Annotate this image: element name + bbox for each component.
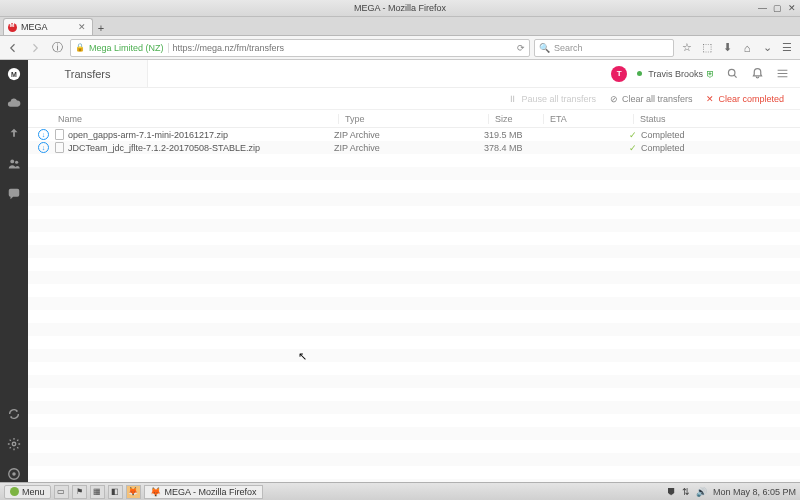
download-icon: ↓: [38, 142, 49, 153]
menu-button[interactable]: ☰: [778, 39, 796, 57]
start-menu-button[interactable]: Menu: [4, 485, 51, 499]
info-button[interactable]: ⓘ: [48, 39, 66, 57]
tray-shield-icon[interactable]: ⛊: [667, 487, 676, 497]
new-tab-button[interactable]: +: [93, 21, 109, 35]
firefox-favicon-icon: 🦊: [150, 487, 161, 497]
clear-completed-button[interactable]: ✕Clear completed: [706, 94, 784, 104]
x-icon: ✕: [706, 94, 714, 104]
url-bar[interactable]: 🔒 Mega Limited (NZ) https://mega.nz/fm/t…: [70, 39, 530, 57]
help-icon[interactable]: [6, 466, 22, 482]
forward-button[interactable]: [26, 39, 44, 57]
transfer-list: ↓ open_gapps-arm-7.1-mini-20161217.zip Z…: [28, 128, 800, 482]
file-name: JDCTeam_jdc_jflte-7.1.2-20170508-STABLE.…: [68, 143, 328, 153]
svg-point-4: [12, 442, 16, 446]
file-status: ✓Completed: [623, 130, 800, 140]
file-size: 319.5 MB: [478, 130, 533, 140]
window-titlebar: MEGA - Mozilla Firefox — ▢ ✕: [0, 0, 800, 17]
back-button[interactable]: [4, 39, 22, 57]
window-title: MEGA - Mozilla Firefox: [0, 3, 800, 13]
column-name[interactable]: Name: [58, 114, 338, 124]
transfer-row[interactable]: ↓ JDCTeam_jdc_jflte-7.1.2-20170508-STABL…: [28, 141, 800, 154]
svg-point-2: [10, 159, 14, 163]
user-name: Travis Brooks: [648, 69, 703, 79]
tab-label: MEGA: [21, 22, 48, 32]
lock-icon: 🔒: [75, 43, 85, 52]
site-identity: Mega Limited (NZ): [89, 43, 169, 53]
column-status[interactable]: Status: [633, 114, 800, 124]
column-headers: Name Type Size ETA Status: [28, 110, 800, 128]
file-name: open_gapps-arm-7.1-mini-20161217.zip: [68, 130, 328, 140]
download-icon: ↓: [38, 129, 49, 140]
transfer-actions: ⏸Pause all transfers ⊘Clear all transfer…: [28, 88, 800, 110]
search-icon: 🔍: [539, 43, 550, 53]
taskbar-firefox-icon[interactable]: 🦊: [126, 485, 141, 499]
clock[interactable]: Mon May 8, 6:05 PM: [713, 487, 796, 497]
transfer-row[interactable]: ↓ open_gapps-arm-7.1-mini-20161217.zip Z…: [28, 128, 800, 141]
browser-toolbar: ⓘ 🔒 Mega Limited (NZ) https://mega.nz/fm…: [0, 36, 800, 60]
file-type: ZIP Archive: [328, 143, 478, 153]
column-eta[interactable]: ETA: [543, 114, 633, 124]
mega-favicon-icon: [8, 23, 17, 32]
column-size[interactable]: Size: [488, 114, 543, 124]
transfer-icon[interactable]: [6, 406, 22, 422]
chat-icon[interactable]: [6, 186, 22, 202]
svg-text:M: M: [11, 71, 17, 78]
tray-network-icon[interactable]: ⇅: [682, 487, 690, 497]
check-icon: ✓: [629, 143, 637, 153]
mint-logo-icon: [10, 487, 19, 496]
check-icon: ✓: [629, 130, 637, 140]
clear-all-button[interactable]: ⊘Clear all transfers: [610, 94, 693, 104]
browser-tab[interactable]: MEGA ✕: [3, 18, 93, 35]
bookmark-button[interactable]: ☆: [678, 39, 696, 57]
downloads-button[interactable]: ⬇: [718, 39, 736, 57]
notifications-button[interactable]: [750, 66, 765, 81]
svg-point-3: [15, 161, 18, 164]
svg-point-7: [728, 69, 735, 76]
cloud-drive-icon[interactable]: [6, 96, 22, 112]
home-button[interactable]: ⌂: [738, 39, 756, 57]
taskbar: Menu ▭ ⚑ ▦ ◧ 🦊 🦊 MEGA - Mozilla Firefox …: [0, 482, 800, 500]
window-close-button[interactable]: ✕: [788, 3, 796, 13]
tray-volume-icon[interactable]: 🔊: [696, 487, 707, 497]
header-search-button[interactable]: [725, 66, 740, 81]
svg-point-6: [12, 472, 16, 476]
header-menu-button[interactable]: [775, 66, 790, 81]
contacts-icon[interactable]: [6, 156, 22, 172]
mega-logo-icon[interactable]: M: [6, 66, 22, 82]
clear-icon: ⊘: [610, 94, 618, 104]
page-title: Transfers: [28, 60, 148, 87]
shield-icon: ⛨: [706, 69, 715, 79]
taskbar-terminal-icon[interactable]: ⚑: [72, 485, 87, 499]
column-type[interactable]: Type: [338, 114, 488, 124]
file-icon: [55, 129, 64, 140]
transfers-page: Transfers T Travis Brooks ⛨ ⏸Pause all t…: [28, 60, 800, 482]
file-icon: [55, 142, 64, 153]
tab-strip: MEGA ✕ +: [0, 17, 800, 36]
taskbar-window-button[interactable]: 🦊 MEGA - Mozilla Firefox: [144, 485, 263, 499]
file-status: ✓Completed: [623, 143, 800, 153]
file-size: 378.4 MB: [478, 143, 533, 153]
reload-button[interactable]: ⟳: [517, 43, 525, 53]
pause-icon: ⏸: [508, 94, 517, 104]
system-tray: ⛊ ⇅ 🔊 Mon May 8, 6:05 PM: [667, 487, 796, 497]
url-text: https://mega.nz/fm/transfers: [173, 43, 513, 53]
user-menu[interactable]: Travis Brooks ⛨: [637, 69, 715, 79]
show-desktop-button[interactable]: ▭: [54, 485, 69, 499]
pause-all-button[interactable]: ⏸Pause all transfers: [508, 94, 596, 104]
library-button[interactable]: ⬚: [698, 39, 716, 57]
shared-icon[interactable]: [6, 126, 22, 142]
file-type: ZIP Archive: [328, 130, 478, 140]
taskbar-app-icon[interactable]: ◧: [108, 485, 123, 499]
taskbar-files-icon[interactable]: ▦: [90, 485, 105, 499]
status-dot-icon: [637, 71, 642, 76]
window-minimize-button[interactable]: —: [758, 3, 767, 13]
search-box[interactable]: 🔍 Search: [534, 39, 674, 57]
tab-close-button[interactable]: ✕: [78, 22, 86, 32]
mega-sidebar: M: [0, 60, 28, 482]
settings-icon[interactable]: [6, 436, 22, 452]
search-placeholder: Search: [554, 43, 583, 53]
avatar[interactable]: T: [611, 66, 627, 82]
window-maximize-button[interactable]: ▢: [773, 3, 782, 13]
pocket-button[interactable]: ⌄: [758, 39, 776, 57]
